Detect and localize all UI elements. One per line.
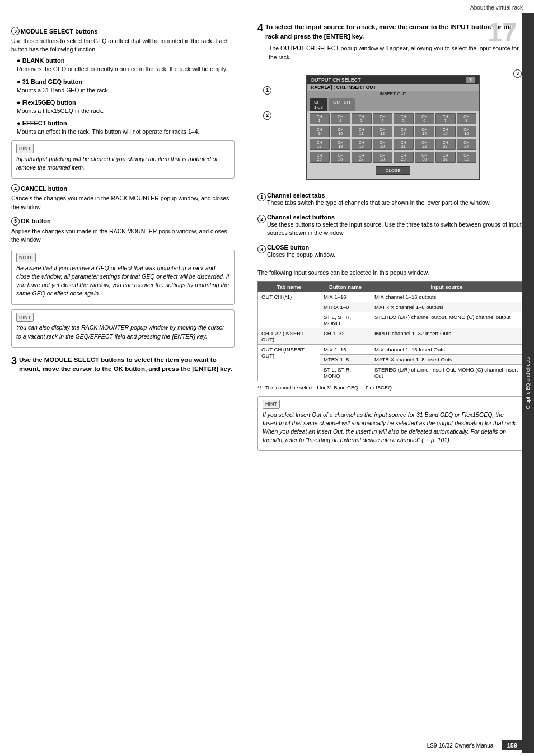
popup-tab-ch132[interactable]: CH1-32 (310, 98, 327, 111)
hint-box-2: HINT You can also display the RACK MOUNT… (11, 309, 235, 348)
table-cell-button: CH 1–32 (320, 328, 371, 344)
ch-btn[interactable]: CH25 (310, 152, 330, 163)
popup-window: OUTPUT CH SELECT ✕ RACK1A] : CH1 INSERT … (306, 75, 480, 180)
cancel-body: Cancels the changes you made in the RACK… (11, 194, 235, 211)
hint2-label: HINT (16, 313, 34, 322)
annot-circle-1: 1 (263, 86, 271, 95)
ch-btn[interactable]: CH17 (310, 139, 330, 150)
ch-btn[interactable]: CH21 (394, 139, 414, 150)
ch-btn[interactable]: CH14 (415, 126, 435, 137)
section-cancel: 4 CANCEL button Cancels the changes you … (11, 184, 235, 211)
ch-btn[interactable]: CH13 (394, 126, 414, 137)
effect-button-section: EFFECT button Mounts an effect in the ra… (17, 120, 235, 136)
ch-btn[interactable]: CH26 (331, 152, 351, 163)
footnote: *1: This cannot be selected for 31 Band … (257, 384, 523, 392)
step3-text: Use the MODULE SELECT buttons to select … (19, 355, 235, 374)
close-button[interactable]: CLOSE (376, 166, 410, 175)
ch-btn[interactable]: CH7 (435, 113, 456, 124)
table-cell-button: ST L, ST R, MONO (320, 364, 371, 381)
ch-grid-row4: CH25 CH26 CH27 CH28 CH29 CH30 CH31 CH32 (310, 152, 476, 163)
ch-btn[interactable]: CH2 (331, 113, 351, 124)
input-sources-table: Tab name Button name Input source OUT CH… (257, 281, 523, 381)
ch-grid-row3: CH17 CH18 CH19 CH20 CH21 CH22 CH23 CH24 (310, 139, 476, 150)
table-row: CH 1-32 (INSERT OUT) CH 1–32 INPUT chann… (258, 328, 523, 344)
header-title: About the virtual rack (470, 4, 523, 11)
annotation-descriptions: 1 Channel select tabs These tabs switch … (257, 192, 523, 263)
circle-5: 5 (11, 217, 20, 226)
hint1-label: HINT (16, 144, 34, 153)
popup-left-annotations: 1 2 (263, 69, 273, 120)
ch-btn[interactable]: CH9 (310, 126, 330, 137)
table-cell-button: MIX 1–16 (320, 344, 371, 354)
ch-btn[interactable]: CH32 (457, 152, 477, 163)
ch-btn[interactable]: CH8 (457, 113, 477, 124)
table-cell-source: STEREO (L/R) channel output, MONO (C) ch… (371, 312, 522, 328)
ch-btn[interactable]: CH18 (331, 139, 351, 150)
ch-btn[interactable]: CH11 (352, 126, 372, 137)
blank-button-body: Removes the GEQ or effect currently moun… (17, 65, 235, 73)
chapter-side-tab: Graphic EQ and effects (522, 13, 534, 753)
annot1-body: These tabs switch the type of channels t… (267, 199, 491, 207)
ch-btn[interactable]: CH27 (352, 152, 372, 163)
ch-btn[interactable]: CH6 (415, 113, 435, 124)
flex15-button-title: Flex15GEQ button (17, 99, 235, 106)
annot3-body: Closes the popup window. (267, 251, 335, 259)
ch-btn[interactable]: CH24 (457, 139, 477, 150)
ch-btn[interactable]: CH4 (373, 113, 393, 124)
table-cell-button: ST L, ST R, MONO (320, 312, 371, 328)
table-header-tab: Tab name (258, 281, 320, 292)
table-cell-button: MTRX 1–8 (320, 302, 371, 312)
annot3-title: CLOSE button (267, 244, 309, 251)
band31-button-section: 31 Band GEQ button Mounts a 31 Band GEQ … (17, 78, 235, 95)
popup-close-x-button[interactable]: ✕ (466, 77, 475, 83)
hint3-label: HINT (263, 400, 280, 409)
note-label: NOTE (16, 253, 36, 262)
cancel-heading: 4 CANCEL button (11, 184, 235, 192)
annot3-circle: 3 (257, 245, 266, 253)
page-header: About the virtual rack (0, 0, 534, 13)
table-cell-source: MATRIX channel 1–8 outputs (371, 302, 522, 312)
ch-btn[interactable]: CH15 (435, 126, 456, 137)
ch-btn[interactable]: CH3 (352, 113, 372, 124)
ch-btn[interactable]: CH30 (415, 152, 435, 163)
step4-body: The OUTPUT CH SELECT popup window will a… (269, 44, 523, 61)
ch-btn[interactable]: CH12 (373, 126, 393, 137)
table-cell-tab: OUT CH (*1) (258, 292, 320, 328)
ch-btn[interactable]: CH29 (394, 152, 414, 163)
ch-btn[interactable]: CH31 (435, 152, 456, 163)
ch-btn[interactable]: CH22 (415, 139, 435, 150)
module-select-body: Use these buttons to select the GEQ or e… (11, 37, 235, 54)
hint1-text: Input/output patching will be cleared if… (16, 155, 229, 172)
annot-circle-2: 2 (263, 111, 271, 120)
annot3-block: 3 CLOSE button Closes the popup window. (257, 244, 523, 262)
ok-title: OK button (21, 218, 51, 224)
module-select-heading: 3 MODULE SELECT buttons (11, 27, 235, 35)
blank-button-title: BLANK button (17, 57, 235, 64)
ch-btn[interactable]: CH16 (457, 126, 477, 137)
cancel-title: CANCEL button (21, 185, 67, 192)
page-number-box: 159 (502, 740, 523, 750)
annot1-title: Channel select tabs (267, 192, 325, 199)
table-row: OUT CH (INSERT OUT) MIX 1–16 MIX channel… (258, 344, 523, 354)
flex15-button-body: Mounts a Flex15GEQ in the rack. (17, 107, 235, 115)
table-cell-source: STEREO (L/R) channel Insert Out, MONO (C… (371, 364, 522, 381)
popup-tab-outch[interactable]: OUT CH (329, 98, 355, 111)
ch-btn[interactable]: CH20 (373, 139, 393, 150)
ch-btn[interactable]: CH10 (331, 126, 351, 137)
table-header-source: Input source (371, 281, 522, 292)
table-cell-tab: CH 1-32 (INSERT OUT) (258, 328, 320, 344)
ch-btn[interactable]: CH28 (373, 152, 393, 163)
step4-number: 4 (257, 22, 263, 34)
circle-3: 3 (11, 27, 20, 35)
annot2-body: Use these buttons to select the input so… (267, 220, 523, 237)
table-cell-source: INPUT channel 1–32 Insert Outs (371, 328, 522, 344)
ch-btn[interactable]: CH1 (310, 113, 330, 124)
ch-btn[interactable]: CH23 (435, 139, 456, 150)
ch-grid-row1: CH1 CH2 CH3 CH4 CH5 CH6 CH7 CH8 (310, 113, 476, 124)
circle-4: 4 (11, 184, 20, 192)
blank-button-section: BLANK button Removes the GEQ or effect c… (17, 57, 235, 73)
table-cell-source: MIX channel 1–16 outputs (371, 292, 522, 302)
ch-btn[interactable]: CH19 (352, 139, 372, 150)
chapter-number: 17 (488, 19, 517, 46)
ch-btn[interactable]: CH5 (394, 113, 414, 124)
